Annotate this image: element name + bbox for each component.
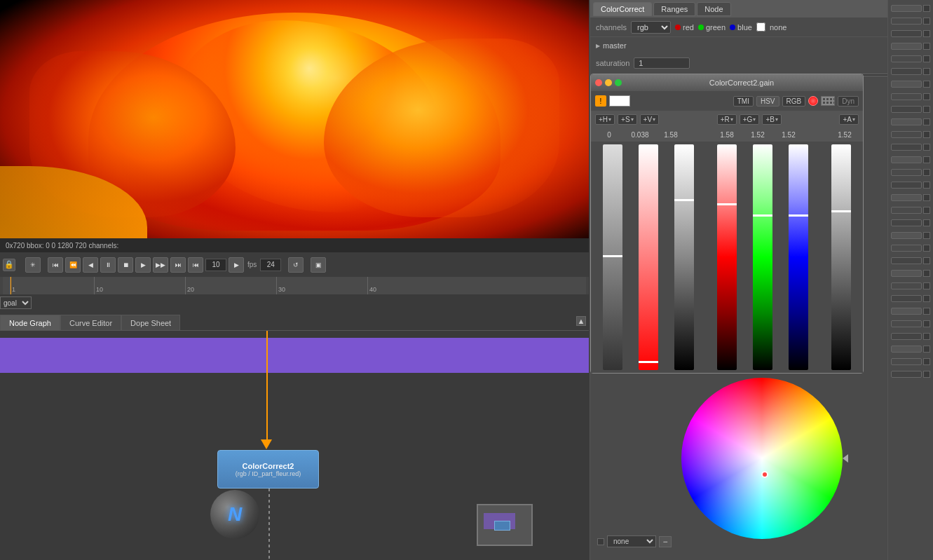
mini-checkbox[interactable] xyxy=(923,358,930,365)
fps-input[interactable] xyxy=(205,259,226,271)
h-column[interactable]: +H▾ xyxy=(595,114,615,125)
tab-curve-editor[interactable]: Curve Editor xyxy=(60,315,121,330)
h-slider[interactable] xyxy=(603,144,622,370)
mini-checkbox[interactable] xyxy=(923,308,930,315)
mini-slider[interactable] xyxy=(891,5,922,12)
mini-checkbox[interactable] xyxy=(923,295,930,302)
prev-frame2-button[interactable]: ⏮ xyxy=(188,257,203,273)
mini-slider[interactable] xyxy=(891,346,922,353)
color-circle[interactable] xyxy=(808,96,818,106)
none-checkbox[interactable] xyxy=(597,538,604,545)
mini-checkbox[interactable] xyxy=(923,245,930,252)
play-button[interactable]: ▶▶ xyxy=(153,257,168,273)
color-swatch[interactable] xyxy=(609,95,630,107)
mini-slider[interactable] xyxy=(891,169,922,176)
v-slider[interactable] xyxy=(674,144,694,370)
mini-slider[interactable] xyxy=(891,358,922,365)
mini-checkbox[interactable] xyxy=(923,106,930,113)
refresh-button[interactable]: ↺ xyxy=(288,257,304,273)
mini-slider[interactable] xyxy=(891,194,922,201)
next-fps-button[interactable]: ▶ xyxy=(229,257,244,273)
mini-slider[interactable] xyxy=(891,93,922,100)
view-button[interactable]: ▣ xyxy=(311,257,326,273)
v-slider-handle[interactable] xyxy=(674,199,694,201)
prev-frame-button[interactable]: ⏪ xyxy=(65,257,81,273)
mini-slider[interactable] xyxy=(891,182,922,189)
step-back-button[interactable]: ◀ xyxy=(83,257,98,273)
mini-slider[interactable] xyxy=(891,320,922,327)
lock-button[interactable]: 🔒 xyxy=(3,259,15,271)
mini-slider[interactable] xyxy=(891,219,922,226)
mini-checkbox[interactable] xyxy=(923,194,930,201)
skip-start-button[interactable]: ⏮ xyxy=(48,257,63,273)
r-slider-handle[interactable] xyxy=(717,203,737,205)
ruler-area[interactable]: 1 10 20 30 40 xyxy=(3,277,586,294)
mini-slider[interactable] xyxy=(891,245,922,252)
mini-checkbox[interactable] xyxy=(923,346,930,353)
green-channel[interactable]: green xyxy=(698,23,726,32)
snowflake-button[interactable]: ✳ xyxy=(25,257,41,273)
mini-slider[interactable] xyxy=(891,43,922,50)
mini-checkbox[interactable] xyxy=(923,282,930,289)
r-slider[interactable] xyxy=(717,144,737,370)
mini-slider[interactable] xyxy=(891,282,922,289)
mini-slider[interactable] xyxy=(891,156,922,163)
minimize-button[interactable] xyxy=(605,79,612,86)
a-column[interactable]: +A▾ xyxy=(839,114,859,125)
close-button[interactable] xyxy=(595,79,602,86)
a-slider[interactable] xyxy=(831,144,851,370)
maximize-button[interactable] xyxy=(615,79,622,86)
saturation-input[interactable] xyxy=(634,57,690,69)
mini-checkbox[interactable] xyxy=(923,219,930,226)
tab-node[interactable]: Node xyxy=(697,2,730,16)
b-slider[interactable] xyxy=(789,144,808,370)
r-column[interactable]: +R▾ xyxy=(717,114,737,125)
h-slider-handle[interactable] xyxy=(603,255,622,257)
grid-button[interactable] xyxy=(821,96,835,106)
mini-slider[interactable] xyxy=(891,18,922,25)
goal-select[interactable]: goal xyxy=(0,296,32,309)
g-slider-handle[interactable] xyxy=(753,214,772,217)
mini-slider[interactable] xyxy=(891,295,922,302)
channels-select[interactable]: rgb rgba alpha xyxy=(631,21,671,34)
mini-checkbox[interactable] xyxy=(923,257,930,264)
none-select[interactable]: none xyxy=(607,535,656,547)
mini-slider[interactable] xyxy=(891,30,922,37)
mini-slider[interactable] xyxy=(891,118,922,125)
mini-checkbox[interactable] xyxy=(923,270,930,277)
collapse-button[interactable]: ▲ xyxy=(576,316,586,326)
s-column[interactable]: +S▾ xyxy=(618,114,637,125)
mini-slider[interactable] xyxy=(891,333,922,340)
mini-slider[interactable] xyxy=(891,270,922,277)
hsv-button[interactable]: HSV xyxy=(756,96,779,107)
mini-slider[interactable] xyxy=(891,232,922,239)
blue-channel[interactable]: blue xyxy=(730,23,752,32)
color-wheel[interactable] xyxy=(681,378,843,539)
red-channel[interactable]: red xyxy=(675,23,694,32)
mini-slider[interactable] xyxy=(891,257,922,264)
mini-checkbox[interactable] xyxy=(923,55,930,62)
mini-checkbox[interactable] xyxy=(923,93,930,100)
mini-slider[interactable] xyxy=(891,55,922,62)
b-column[interactable]: +B▾ xyxy=(762,114,782,125)
g-column[interactable]: +G▾ xyxy=(740,114,760,125)
fps-rate-input[interactable] xyxy=(260,259,281,271)
mini-checkbox[interactable] xyxy=(923,43,930,50)
tab-color-correct[interactable]: ColorCorrect xyxy=(593,2,652,16)
tab-dope-sheet[interactable]: Dope Sheet xyxy=(121,315,180,330)
mini-slider[interactable] xyxy=(891,207,922,214)
blue-checkbox[interactable] xyxy=(756,22,765,32)
mini-checkbox[interactable] xyxy=(923,371,930,378)
mini-checkbox[interactable] xyxy=(923,207,930,214)
skip-end-button[interactable]: ⏭ xyxy=(170,257,186,273)
mini-slider[interactable] xyxy=(891,81,922,88)
mini-checkbox[interactable] xyxy=(923,182,930,189)
v-column[interactable]: +V▾ xyxy=(640,114,660,125)
mini-checkbox[interactable] xyxy=(923,118,930,125)
b-slider-handle[interactable] xyxy=(789,214,808,217)
mini-checkbox[interactable] xyxy=(923,333,930,340)
minus-button[interactable]: − xyxy=(659,536,672,547)
pause-button[interactable]: ⏸ xyxy=(100,257,116,273)
mini-slider[interactable] xyxy=(891,106,922,113)
mini-slider[interactable] xyxy=(891,68,922,75)
